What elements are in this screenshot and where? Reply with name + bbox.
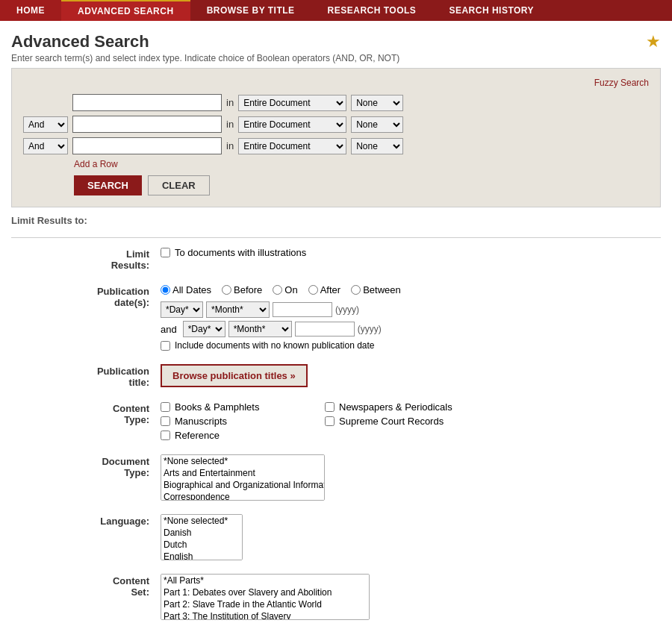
bookmark-star-icon[interactable]: ★	[646, 32, 661, 51]
page-title: Advanced Search	[11, 32, 399, 51]
content-set-section: ContentSet: *All Parts* Part 1: Debates …	[11, 574, 661, 620]
ct-newspapers: Newspapers & Periodicals	[325, 401, 474, 413]
year-input-2[interactable]	[295, 322, 355, 337]
ct-reference: Reference	[161, 430, 310, 441]
search-input-2[interactable]	[72, 116, 222, 133]
nav-browse-by-title[interactable]: BROWSE BY TITLE	[190, 0, 311, 21]
content-type-content: Books & Pamphlets Newspapers & Periodica…	[161, 401, 661, 441]
pub-dates-content: All Dates Before On After Between *Day*1…	[161, 284, 661, 351]
ct-books-pamphlets: Books & Pamphlets	[161, 401, 310, 413]
in-label-3: in	[226, 140, 234, 151]
fuzzy-select-1[interactable]: None 1 2 3	[351, 95, 403, 111]
ct-newspapers-label: Newspapers & Periodicals	[339, 401, 452, 413]
radio-before[interactable]: Before	[222, 284, 262, 295]
ct-manuscripts-checkbox[interactable]	[161, 416, 170, 426]
ct-books-label: Books & Pamphlets	[175, 401, 259, 413]
document-type-content: *None selected* Arts and Entertainment B…	[161, 454, 661, 501]
ct-newspapers-checkbox[interactable]	[325, 402, 335, 412]
radio-all-dates[interactable]: All Dates	[161, 284, 211, 295]
search-buttons: SEARCH CLEAR	[74, 175, 649, 195]
year-input-1[interactable]	[273, 302, 332, 317]
bool-select-3[interactable]: And Or Not	[23, 138, 68, 154]
content-type-section: ContentType: Books & Pamphlets Newspaper…	[11, 401, 661, 441]
document-type-listbox[interactable]: *None selected* Arts and Entertainment B…	[161, 454, 325, 501]
content-set-listbox[interactable]: *All Parts* Part 1: Debates over Slavery…	[161, 574, 370, 620]
page-subtitle: Enter search term(s) and select index ty…	[11, 53, 399, 63]
top-navigation: HOME ADVANCED SEARCH BROWSE BY TITLE RES…	[0, 0, 672, 21]
illustrations-section: LimitResults: To documents with illustra…	[11, 247, 661, 271]
nav-research-tools[interactable]: RESEARCH TOOLS	[311, 0, 433, 21]
illustrations-checkbox[interactable]	[161, 248, 170, 257]
month-select-1[interactable]: *Month*JanuaryFebruaryMarchAprilMayJuneJ…	[206, 301, 270, 318]
and-label: and	[161, 324, 177, 335]
document-type-label: DocumentType:	[11, 454, 161, 501]
search-row-1: in Entire Document Title Author Subject …	[23, 94, 649, 111]
illustrations-row: To documents with illustrations	[161, 247, 661, 258]
illustrations-text: To documents with illustrations	[175, 247, 306, 258]
content-type-grid: Books & Pamphlets Newspapers & Periodica…	[161, 401, 661, 441]
search-button[interactable]: SEARCH	[74, 175, 142, 195]
content-type-label: ContentType:	[11, 401, 161, 441]
add-row-link[interactable]: Add a Row	[74, 159, 649, 169]
fuzzy-search-link[interactable]: Fuzzy Search	[594, 78, 649, 88]
radio-between[interactable]: Between	[351, 284, 401, 295]
ct-manuscripts: Manuscripts	[161, 416, 310, 427]
limit-results-title: Limit Results to:	[11, 215, 661, 226]
clear-button[interactable]: CLEAR	[148, 175, 210, 195]
month-select-2[interactable]: *Month*JanuaryFebruaryMarchAprilMayJuneJ…	[228, 321, 292, 337]
page-container: Advanced Search Enter search term(s) and…	[0, 21, 672, 626]
no-pub-date-label: Include documents with no known publicat…	[175, 340, 375, 351]
radio-after[interactable]: After	[308, 284, 340, 295]
in-label-2: in	[226, 119, 234, 130]
browse-publication-titles-button[interactable]: Browse publication titles »	[161, 364, 308, 387]
search-input-1[interactable]	[72, 94, 222, 111]
bool-select-2[interactable]: And Or Not	[23, 116, 68, 133]
no-pub-date-row: Include documents with no known publicat…	[161, 340, 661, 351]
yyyy-label-2: (yyyy)	[358, 324, 382, 334]
ct-supreme-court: Supreme Court Records	[325, 416, 474, 427]
ct-supreme-court-checkbox[interactable]	[325, 416, 335, 426]
no-pub-date-checkbox[interactable]	[161, 341, 170, 351]
fuzzy-select-3[interactable]: None 1 2 3	[351, 138, 403, 154]
language-content: *None selected* Danish Dutch English	[161, 514, 661, 560]
in-label-1: in	[226, 97, 234, 108]
ct-supreme-court-label: Supreme Court Records	[339, 416, 444, 427]
illustrations-content: To documents with illustrations	[161, 247, 661, 271]
day-select-2[interactable]: *Day*12345	[183, 321, 225, 337]
search-row-3: And Or Not in Entire Document Title Auth…	[23, 137, 649, 154]
document-type-section: DocumentType: *None selected* Arts and E…	[11, 454, 661, 501]
search-row-2: And Or Not in Entire Document Title Auth…	[23, 116, 649, 133]
nav-home[interactable]: HOME	[0, 0, 61, 21]
page-header-left: Advanced Search Enter search term(s) and…	[11, 32, 399, 63]
pub-title-label: Publicationtitle:	[11, 364, 161, 388]
language-listbox[interactable]: *None selected* Danish Dutch English	[161, 514, 243, 560]
date-row-1: *Day*12345 *Month*JanuaryFebruaryMarchAp…	[161, 301, 661, 318]
radio-on[interactable]: On	[273, 284, 297, 295]
search-input-3[interactable]	[72, 137, 222, 154]
ct-manuscripts-label: Manuscripts	[175, 416, 227, 427]
nav-search-history[interactable]: SEARCH HISTORY	[432, 0, 550, 21]
pub-date-radios: All Dates Before On After Between	[161, 284, 661, 295]
pub-dates-label: Publicationdate(s):	[11, 284, 161, 351]
ct-reference-checkbox[interactable]	[161, 431, 170, 440]
language-label: Language:	[11, 514, 161, 560]
ct-reference-label: Reference	[175, 430, 220, 441]
publication-title-section: Publicationtitle: Browse publication tit…	[11, 364, 661, 388]
day-select-1[interactable]: *Day*12345	[161, 301, 203, 318]
index-select-1[interactable]: Entire Document Title Author Subject Ful…	[238, 95, 346, 111]
page-header: Advanced Search Enter search term(s) and…	[11, 32, 661, 63]
pub-title-content: Browse publication titles »	[161, 364, 661, 388]
illustrations-label: LimitResults:	[11, 247, 161, 271]
date-row-2: and *Day*12345 *Month*JanuaryFebruaryMar…	[161, 321, 661, 337]
nav-advanced-search[interactable]: ADVANCED SEARCH	[61, 0, 190, 21]
index-select-2[interactable]: Entire Document Title Author Subject Ful…	[238, 116, 346, 133]
index-select-3[interactable]: Entire Document Title Author Subject Ful…	[238, 138, 346, 154]
ct-books-checkbox[interactable]	[161, 402, 170, 412]
content-set-label: ContentSet:	[11, 574, 161, 620]
search-form-box: Fuzzy Search in Entire Document Title Au…	[11, 68, 661, 207]
language-section: Language: *None selected* Danish Dutch E…	[11, 514, 661, 560]
content-set-content: *All Parts* Part 1: Debates over Slavery…	[161, 574, 661, 620]
fuzzy-select-2[interactable]: None 1 2 3	[351, 116, 403, 133]
yyyy-label-1: (yyyy)	[335, 304, 359, 315]
divider-1	[11, 237, 661, 238]
